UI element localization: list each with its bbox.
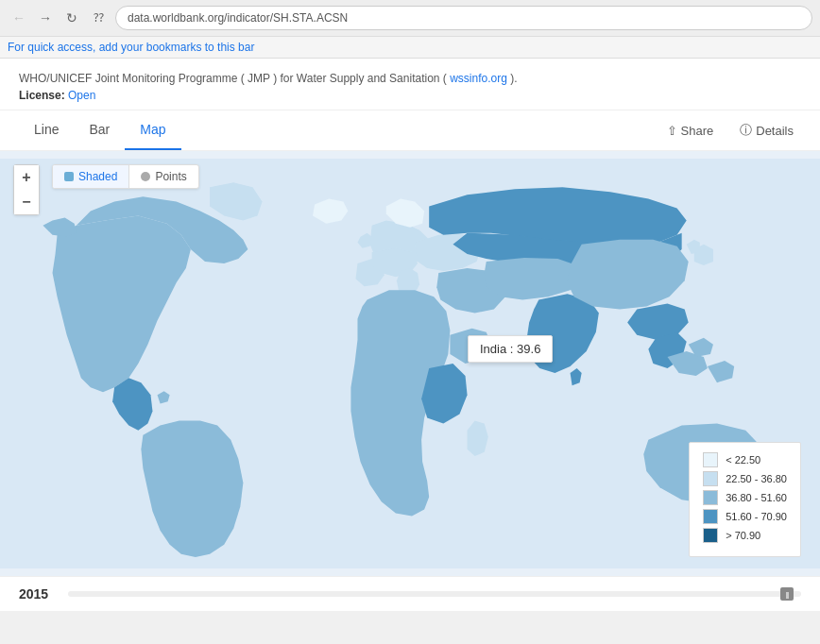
forward-button[interactable]: →	[34, 7, 57, 29]
zoom-controls: + −	[13, 164, 40, 215]
zoom-in-button[interactable]: +	[14, 165, 39, 190]
reload-button[interactable]: ↻	[60, 7, 83, 29]
points-toggle[interactable]: Points	[129, 165, 197, 188]
nav-buttons: ← → ↻ ⁇	[8, 7, 110, 29]
legend-color-3	[703, 490, 718, 505]
year-label: 2015	[19, 586, 57, 602]
browser-chrome: ← → ↻ ⁇ data.worldbank.org/indicator/SH.…	[0, 0, 820, 59]
view-toggle: Shaded Points	[52, 164, 199, 189]
browser-toolbar: ← → ↻ ⁇ data.worldbank.org/indicator/SH.…	[0, 0, 820, 37]
legend-item-4: 51.60 - 70.90	[703, 509, 787, 524]
map-legend: < 22.50 22.50 - 36.80 36.80 - 51.60 51.6…	[689, 442, 801, 557]
tab-bar[interactable]: Bar	[74, 110, 125, 150]
license-value[interactable]: Open	[68, 89, 95, 102]
page: WHO/UNICEF Joint Monitoring Programme ( …	[0, 59, 820, 611]
timeline-bar[interactable]	[68, 591, 801, 597]
grid-button[interactable]: ⁇	[87, 7, 110, 29]
share-icon: ⇧	[667, 124, 677, 138]
page-header: WHO/UNICEF Joint Monitoring Programme ( …	[0, 59, 820, 110]
map-container: + − Shaded Points	[0, 151, 820, 576]
legend-color-4	[703, 509, 718, 524]
tabs-bar: Line Bar Map ⇧ Share ⓘ Details	[0, 110, 820, 151]
share-button[interactable]: ⇧ Share	[659, 120, 722, 142]
tab-actions: ⇧ Share ⓘ Details	[659, 118, 801, 143]
license-line: License: Open	[19, 89, 801, 102]
zoom-out-button[interactable]: −	[14, 190, 39, 214]
shaded-icon	[64, 172, 74, 181]
back-button[interactable]: ←	[8, 7, 30, 29]
address-bar[interactable]: data.worldbank.org/indicator/SH.STA.ACSN	[115, 6, 812, 30]
legend-color-2	[703, 471, 718, 486]
bottom-bar: 2015	[0, 576, 820, 611]
tab-line[interactable]: Line	[19, 110, 74, 150]
bookmarks-bar: For quick access, add your bookmarks to …	[0, 37, 820, 58]
tabs: Line Bar Map	[19, 110, 181, 150]
legend-item-2: 22.50 - 36.80	[703, 471, 787, 486]
legend-color-1	[703, 452, 718, 467]
legend-item-5: > 70.90	[703, 528, 787, 543]
details-button[interactable]: ⓘ Details	[732, 118, 801, 143]
points-icon	[141, 172, 150, 181]
shaded-toggle[interactable]: Shaded	[53, 165, 128, 188]
description-line: WHO/UNICEF Joint Monitoring Programme ( …	[19, 72, 801, 85]
wssinfo-link[interactable]: wssinfo.org	[450, 72, 507, 85]
legend-color-5	[703, 528, 718, 543]
tab-map[interactable]: Map	[125, 110, 180, 150]
legend-item-1: < 22.50	[703, 452, 787, 467]
timeline-handle[interactable]	[780, 587, 794, 601]
info-icon: ⓘ	[740, 122, 752, 139]
legend-item-3: 36.80 - 51.60	[703, 490, 787, 505]
